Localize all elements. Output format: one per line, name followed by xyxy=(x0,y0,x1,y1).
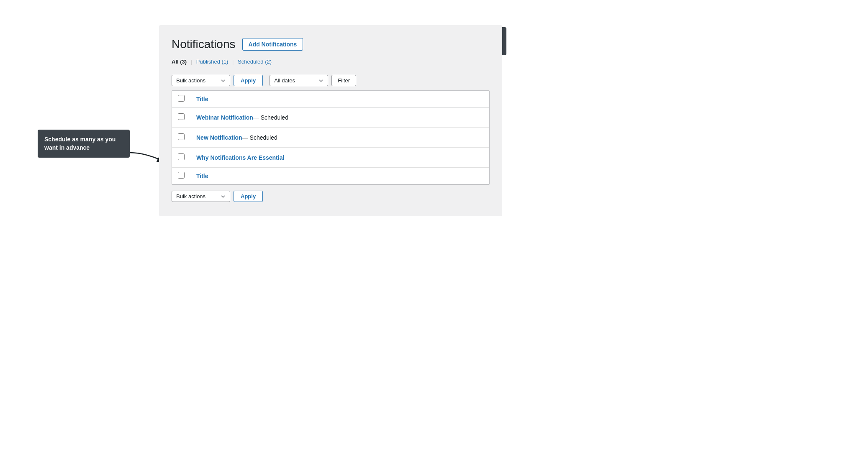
row-2-checkbox[interactable] xyxy=(178,133,185,140)
filter-button[interactable]: Filter xyxy=(331,75,356,86)
page-title: Notifications xyxy=(172,38,236,51)
row-2-title-cell: New Notification— Scheduled xyxy=(190,128,489,148)
bottom-apply-button[interactable]: Apply xyxy=(234,191,263,202)
table-row: New Notification— Scheduled xyxy=(172,128,489,148)
header-title-cell: Title xyxy=(190,91,489,107)
page-wrapper: Schedule as many as you want in advance … xyxy=(0,0,868,470)
footer-checkbox-cell xyxy=(172,168,190,184)
notifications-table-wrapper: Title Webinar Notification— Scheduled xyxy=(172,90,490,185)
table-header-row: Title xyxy=(172,91,489,107)
row-1-title-cell: Webinar Notification— Scheduled xyxy=(190,107,489,128)
tooltip-schedule: Schedule as many as you want in advance xyxy=(38,130,130,158)
top-bulk-actions-select[interactable]: Bulk actions xyxy=(172,75,230,86)
table-row: Webinar Notification— Scheduled xyxy=(172,107,489,128)
row-3-title-link[interactable]: Why Notifications Are Essential xyxy=(196,154,284,161)
tab-scheduled[interactable]: Scheduled (2) xyxy=(238,59,272,65)
row-3-title-cell: Why Notifications Are Essential xyxy=(190,148,489,168)
header-checkbox-cell xyxy=(172,91,190,107)
tab-published[interactable]: Published (1) xyxy=(196,59,230,65)
notifications-table: Title Webinar Notification— Scheduled xyxy=(172,91,489,184)
add-notifications-button[interactable]: Add Notifications xyxy=(242,38,303,51)
page-header: Notifications Add Notifications xyxy=(172,38,490,51)
tab-all[interactable]: All (3) xyxy=(172,59,188,65)
row-2-checkbox-cell xyxy=(172,128,190,148)
row-3-checkbox-cell xyxy=(172,148,190,168)
sep-2: | xyxy=(232,59,234,65)
select-all-checkbox[interactable] xyxy=(178,95,185,102)
footer-title-cell: Title xyxy=(190,168,489,184)
table-row: Why Notifications Are Essential xyxy=(172,148,489,168)
main-panel: Notifications Add Notifications All (3) … xyxy=(159,25,502,216)
row-1-status: — Scheduled xyxy=(253,114,288,121)
top-bulk-bar: Bulk actions Apply All dates Filter xyxy=(172,71,490,90)
header-title-link[interactable]: Title xyxy=(196,96,208,102)
row-2-status: — Scheduled xyxy=(242,134,277,141)
all-dates-select[interactable]: All dates xyxy=(270,75,328,86)
table-footer-row: Title xyxy=(172,168,489,184)
filter-tabs-bar: All (3) | Published (1) | Scheduled (2) xyxy=(172,59,490,65)
footer-select-all-checkbox[interactable] xyxy=(178,172,185,179)
bottom-bulk-actions-select[interactable]: Bulk actions xyxy=(172,191,230,202)
sep-1: | xyxy=(191,59,192,65)
top-apply-button[interactable]: Apply xyxy=(234,75,263,86)
row-1-title-link[interactable]: Webinar Notification xyxy=(196,114,253,121)
footer-title-link[interactable]: Title xyxy=(196,173,208,179)
row-3-checkbox[interactable] xyxy=(178,153,185,160)
row-1-checkbox[interactable] xyxy=(178,113,185,120)
bottom-bulk-bar: Bulk actions Apply xyxy=(172,185,490,204)
row-2-title-link[interactable]: New Notification xyxy=(196,134,242,141)
row-1-checkbox-cell xyxy=(172,107,190,128)
